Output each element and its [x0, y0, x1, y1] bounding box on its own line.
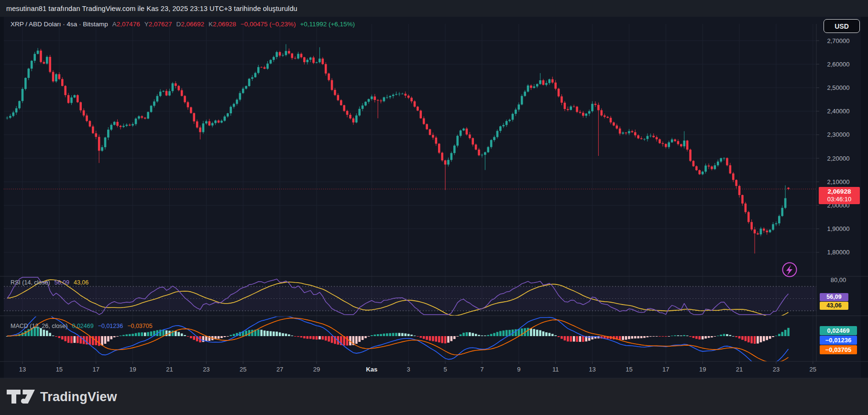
- tradingview-logo[interactable]: TradingView: [7, 390, 117, 404]
- time-tick-label: 9: [517, 366, 520, 373]
- rsi-ma-badge: 43,06: [820, 302, 848, 310]
- macd-pane[interactable]: [6, 314, 790, 366]
- chart-region[interactable]: XRP / ABD Doları · 4sa · Bitstamp A2,074…: [0, 17, 868, 379]
- price-tick-label: 2,10000: [827, 178, 850, 186]
- high-value: Y2,07627: [144, 21, 172, 28]
- attribution-bar: mesutinan81 tarafından TradingView.com i…: [0, 0, 868, 17]
- macd-line-badge: −0,01236: [820, 336, 857, 345]
- rsi-line-badge: 56,09: [820, 293, 848, 301]
- attribution-text: mesutinan81 tarafından TradingView.com i…: [6, 5, 297, 12]
- price-tick-label: 2,20000: [827, 155, 850, 162]
- rsi-axis-top-label: 80,00: [831, 276, 846, 284]
- low-value: D2,06692: [176, 21, 204, 28]
- price-tick-label: 2,70000: [827, 37, 850, 44]
- time-tick-label: 11: [552, 366, 559, 373]
- time-tick-label: 23: [773, 366, 780, 373]
- open-value: A2,07476: [112, 21, 140, 28]
- candlestick-series[interactable]: [6, 44, 790, 253]
- macd-label: MACD (12, 26, close): [11, 323, 67, 329]
- time-tick-label: 23: [203, 366, 209, 373]
- rsi-label: RSI (14, close): [11, 279, 50, 286]
- rsi-pane[interactable]: [4, 277, 816, 317]
- currency-toggle-button[interactable]: USD: [824, 19, 860, 33]
- time-tick-label: 13: [19, 366, 26, 373]
- price-tick-label: 2,40000: [827, 108, 850, 115]
- price-axis[interactable]: 2,700002,600002,500002,400002,300002,200…: [816, 37, 850, 284]
- symbol-title[interactable]: XRP / ABD Doları · 4sa · Bitstamp: [11, 21, 108, 28]
- time-tick-label: 7: [480, 366, 483, 373]
- rsi-ma-value: 43,06: [74, 279, 88, 286]
- close-value: K2,06928: [209, 21, 236, 28]
- time-tick-label: 3: [407, 366, 410, 373]
- time-tick-label: 17: [93, 366, 99, 373]
- macd-line-value: −0,01236: [98, 323, 123, 329]
- time-tick-label: 13: [589, 366, 595, 373]
- time-tick-label: 15: [626, 366, 632, 373]
- time-tick-label: Kas: [366, 366, 377, 373]
- lightning-icon[interactable]: [783, 263, 797, 277]
- macd-signal-badge: −0,03705: [820, 345, 857, 354]
- symbol-legend[interactable]: XRP / ABD Doları · 4sa · Bitstamp A2,074…: [11, 21, 355, 28]
- price-tick-label: 2,60000: [827, 61, 850, 68]
- macd-pane-title[interactable]: MACD (12, 26, close) 0,02469 −0,01236 −0…: [11, 323, 153, 329]
- last-price-value: 2,06928: [819, 187, 860, 196]
- price-tick-label: 1,90000: [827, 225, 850, 232]
- last-price-badge[interactable]: 2,06928 03:46:10: [819, 187, 860, 204]
- tradingview-footer: TradingView: [0, 379, 868, 415]
- tradingview-share-screenshot: { "attribution": { "text": "mesutinan81 …: [0, 0, 868, 415]
- tradingview-logo-icon: [7, 390, 35, 404]
- time-tick-label: 21: [736, 366, 743, 373]
- gridlines: [4, 24, 816, 361]
- price-tick-label: 2,50000: [827, 84, 850, 91]
- time-tick-label: 5: [443, 366, 447, 373]
- time-tick-label: 21: [166, 366, 173, 373]
- change-value: −0,00475 (−0,23%): [241, 21, 296, 28]
- macd-signal-value: −0,03705: [127, 323, 152, 329]
- rsi-pane-title[interactable]: RSI (14, close) 56,09 43,06: [11, 279, 88, 286]
- tradingview-logo-text: TradingView: [40, 390, 117, 404]
- time-tick-label: 25: [240, 366, 246, 373]
- time-tick-label: 17: [662, 366, 669, 373]
- price-tick-label: 2,30000: [827, 131, 850, 138]
- price-tick-label: 1,80000: [827, 249, 850, 256]
- macd-hist-value: 0,02469: [72, 323, 93, 329]
- time-tick-label: 25: [810, 366, 816, 373]
- time-tick-label: 29: [313, 366, 320, 373]
- bar-countdown: 03:46:10: [819, 196, 860, 203]
- time-tick-label: 15: [56, 366, 63, 373]
- time-axis[interactable]: 131517192123252729Kas3579111315171921232…: [19, 361, 816, 373]
- time-tick-label: 19: [129, 366, 136, 373]
- rsi-line-value: 56,09: [55, 279, 69, 286]
- time-tick-label: 19: [699, 366, 706, 373]
- time-tick-label: 27: [276, 366, 283, 373]
- session-change-value: +0,11992 (+6,15%): [300, 21, 355, 28]
- macd-hist-badge: 0,02469: [820, 326, 857, 335]
